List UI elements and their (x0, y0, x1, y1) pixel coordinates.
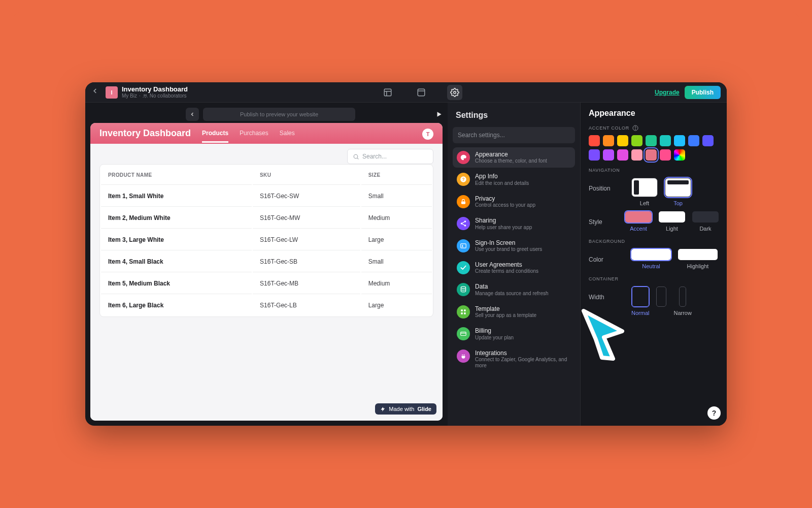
svg-rect-21 (464, 309, 466, 311)
width-label: Width (589, 287, 619, 301)
position-option-top[interactable]: Top (665, 178, 691, 206)
svg-marker-8 (437, 112, 442, 116)
settings-title: Settings (453, 109, 575, 123)
preview-back-button[interactable] (186, 108, 199, 121)
layout-data-icon[interactable] (380, 85, 395, 100)
accent-swatch[interactable] (702, 135, 714, 146)
play-icon[interactable] (435, 111, 443, 118)
grid-icon (457, 305, 470, 319)
bolt-icon (380, 406, 386, 412)
settings-item-billing[interactable]: BillingUpdate your plan (453, 324, 575, 344)
settings-item-integrations[interactable]: IntegrationsConnect to Zapier, Google An… (453, 346, 575, 372)
svg-rect-13 (461, 201, 465, 204)
accent-swatch[interactable] (646, 135, 657, 146)
width-option-narrow[interactable]: Narrow (673, 287, 691, 316)
help-icon[interactable] (632, 125, 638, 131)
card-icon (457, 327, 470, 340)
accent-swatch[interactable] (631, 135, 642, 146)
accent-swatch[interactable] (603, 135, 614, 146)
made-with-badge[interactable]: Made with Glide (375, 403, 436, 415)
settings-item-template[interactable]: TemplateSell your app as a template (453, 302, 575, 322)
tab-sales[interactable]: Sales (280, 130, 295, 143)
settings-item-sharing[interactable]: SharingHelp user share your app (453, 213, 575, 234)
svg-rect-5 (418, 89, 425, 96)
upgrade-link[interactable]: Upgrade (655, 89, 680, 96)
preview-title: Inventory Dashboard (99, 128, 191, 144)
accent-swatch[interactable] (589, 135, 600, 146)
svg-point-27 (635, 129, 636, 130)
accent-swatch[interactable] (646, 149, 657, 161)
accent-swatch[interactable] (617, 135, 628, 146)
tab-products[interactable]: Products (202, 130, 228, 143)
svg-point-7 (454, 91, 456, 93)
container-label: CONTAINER (589, 276, 719, 281)
background-option-neutral[interactable]: Neutral (631, 249, 671, 269)
settings-item-appearance[interactable]: AppearanceChoose a theme, color, and fon… (453, 147, 575, 168)
column-header: SIZE (361, 166, 432, 185)
svg-rect-20 (461, 309, 463, 311)
navigation-label: NAVIGATION (589, 168, 719, 173)
app-subtitle: My Biz · No collaborators (122, 93, 188, 99)
preview-search-input[interactable]: Search... (347, 149, 433, 164)
preview-hint: Publish to preview your website (203, 108, 355, 121)
table-row[interactable]: Item 5, Medium BlackS16T-Gec-MBMedium (101, 273, 432, 294)
svg-point-19 (461, 287, 465, 289)
publish-button[interactable]: Publish (685, 86, 721, 99)
accent-swatch[interactable] (674, 149, 685, 161)
table-row[interactable]: Item 6, Large BlackS16T-Gec-LBLarge (101, 295, 432, 315)
svg-rect-22 (461, 312, 463, 314)
people-icon (143, 93, 148, 99)
svg-line-10 (357, 158, 358, 159)
settings-item-appinfo[interactable]: ? App InfoEdit the icon and details (453, 169, 575, 189)
settings-item-signin[interactable]: Sign-In ScreenUse your brand to greet us… (453, 236, 575, 256)
tab-purchases[interactable]: Purchases (240, 130, 268, 143)
accent-swatch[interactable] (674, 135, 685, 146)
table-row[interactable]: Item 3, Large WhiteS16T-Gec-LWLarge (101, 230, 432, 250)
svg-point-9 (354, 154, 358, 158)
position-option-left[interactable]: Left (631, 178, 658, 206)
db-icon (457, 283, 470, 296)
avatar-badge[interactable]: T (422, 129, 433, 140)
svg-rect-24 (461, 332, 466, 336)
back-button[interactable] (91, 87, 101, 98)
svg-text:?: ? (462, 177, 465, 182)
search-placeholder: Search... (362, 153, 387, 160)
settings-search-input[interactable]: Search settings... (453, 127, 575, 143)
help-fab[interactable]: ? (707, 406, 721, 420)
accent-swatch[interactable] (688, 135, 699, 146)
bg-color-label: Color (589, 249, 619, 263)
accent-swatch[interactable] (589, 149, 600, 161)
layout-page-icon[interactable] (414, 85, 429, 100)
check-icon (457, 261, 470, 274)
width-option-medium[interactable] (656, 287, 666, 316)
settings-item-data[interactable]: DataManage data source and refresh (453, 279, 575, 300)
accent-swatch[interactable] (660, 149, 671, 161)
info-icon: ? (457, 173, 470, 186)
accent-swatch[interactable] (631, 149, 642, 161)
width-option-normal[interactable]: Normal (631, 287, 649, 316)
table-row[interactable]: Item 1, Small WhiteS16T-Gec-SWSmall (101, 186, 432, 207)
accent-swatch[interactable] (617, 149, 628, 161)
settings-item-agreements[interactable]: User AgreementsCreate terms and conditio… (453, 258, 575, 278)
palette-icon (457, 151, 470, 164)
accent-swatch[interactable] (660, 135, 671, 146)
plug-icon (457, 350, 470, 363)
style-option-dark[interactable]: Dark (692, 211, 719, 232)
id-icon (457, 239, 470, 252)
background-label: BACKGROUND (589, 239, 719, 244)
settings-item-privacy[interactable]: PrivacyControl access to your app (453, 192, 575, 212)
accent-swatch[interactable] (603, 149, 614, 161)
background-option-highlight[interactable]: Highlight (678, 249, 718, 269)
svg-point-18 (462, 245, 463, 246)
table-row[interactable]: Item 2, Medium WhiteS16T-Gec-MWMedium (101, 208, 432, 229)
share-icon (457, 217, 470, 230)
table-row[interactable]: Item 4, Small BlackS16T-Gec-SBSmall (101, 251, 432, 272)
app-icon-thumb[interactable]: I (106, 86, 118, 99)
svg-point-0 (144, 94, 145, 96)
layout-settings-icon[interactable] (447, 85, 462, 100)
style-option-light[interactable]: Light (659, 211, 685, 232)
style-option-accent[interactable]: Accent (625, 211, 652, 232)
position-label: Position (589, 178, 619, 192)
team-name: My Biz (122, 93, 137, 99)
lock-icon (457, 195, 470, 208)
